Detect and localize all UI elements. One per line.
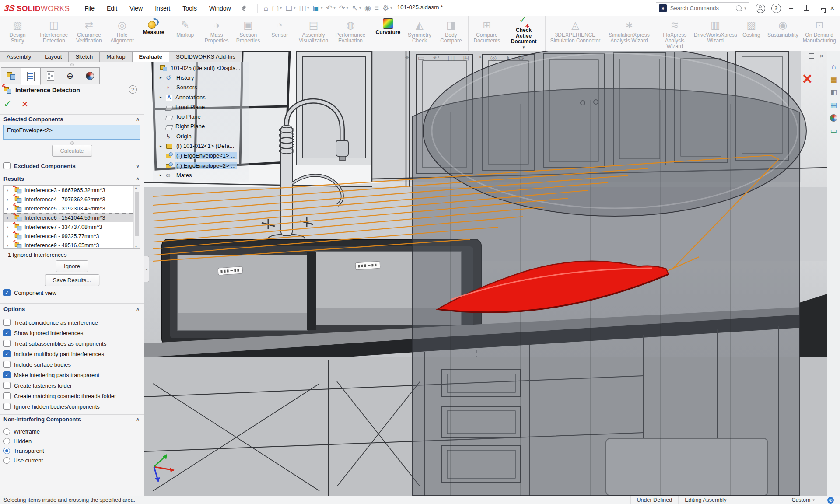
results-scrollbar[interactable] <box>133 186 140 248</box>
tab-appearances[interactable] <box>80 67 100 84</box>
option-row[interactable]: Include multibody part interferences <box>0 349 144 359</box>
feature-tree-item[interactable]: ▸ Sensors <box>154 83 248 92</box>
expand-arrow-icon[interactable]: › <box>7 242 12 248</box>
ribbon-tool[interactable]: ◉ Sustainability <box>767 16 798 51</box>
quick-access-button[interactable]: ≡ <box>374 4 379 13</box>
close-document-icon[interactable]: × <box>819 52 823 59</box>
feature-tree-item[interactable]: ▸ History <box>154 73 248 82</box>
option-checkbox[interactable] <box>4 329 10 336</box>
minimize-button[interactable]: – <box>787 4 795 12</box>
expand-arrow-icon[interactable]: › <box>7 196 12 203</box>
option-checkbox[interactable] <box>4 403 10 410</box>
ribbon-tool[interactable]: ⊞ Compare Documents <box>470 16 504 51</box>
command-tab[interactable]: SOLIDWORKS Add-Ins <box>169 51 242 62</box>
ribbon-tool[interactable]: ▤ Assembly Visualization <box>295 16 332 51</box>
ribbon-tool[interactable]: ▣ Section Properties <box>232 16 264 51</box>
view-tool-icon[interactable]: ▭ <box>418 53 425 63</box>
help-icon[interactable]: ? <box>129 85 137 94</box>
view-tool-icon[interactable]: ↶ <box>433 53 439 63</box>
quick-access-button[interactable]: ▣ <box>312 4 322 13</box>
box-resize-grip[interactable] <box>70 141 74 145</box>
ribbon-tool[interactable]: Check Active Document <box>504 16 546 51</box>
ribbon-tool[interactable]: ◍ Performance Evaluation <box>332 16 371 51</box>
pin-menu-icon[interactable] <box>241 5 247 11</box>
ribbon-tool[interactable]: ◫ Interference Detection <box>36 16 71 51</box>
expand-icon[interactable]: ∨ <box>136 163 140 169</box>
option-row[interactable]: Make interfering parts transparent <box>0 370 144 380</box>
ignore-button[interactable]: Ignore <box>56 260 88 272</box>
display-mode-radio[interactable] <box>4 428 10 435</box>
quick-access-button[interactable]: ⚙ <box>382 4 392 13</box>
feature-tree-item[interactable]: ▸ (-) ErgoEnvelope<1> ... <box>154 151 248 161</box>
calculate-button[interactable]: Calculate <box>52 145 92 157</box>
ribbon-tool[interactable]: ∗ SimulationXpress Analysis Wizard <box>604 16 654 51</box>
search-input[interactable] <box>669 4 733 12</box>
display-mode-radio[interactable] <box>4 438 10 444</box>
command-tab[interactable]: Evaluate <box>133 51 169 62</box>
options-header[interactable]: Options ∧ <box>4 306 140 312</box>
ribbon-tool[interactable]: ▨ Costing <box>735 16 767 51</box>
selected-components-box[interactable]: ErgoEnvelope<2> <box>4 125 140 140</box>
view-tool-icon[interactable]: ◎ <box>490 53 497 63</box>
option-row[interactable]: Include surface bodies <box>0 359 144 370</box>
ribbon-tool[interactable]: ◨ Body Compare <box>435 16 469 51</box>
feature-tree-item[interactable]: ▸ Front Plane <box>154 102 248 112</box>
ribbon-tool[interactable]: ◎ Hole Alignment <box>106 16 138 51</box>
scrollbar-thumb[interactable] <box>135 192 139 236</box>
results-header[interactable]: Results ∧ <box>4 175 140 182</box>
excluded-components-checkbox[interactable] <box>4 162 10 169</box>
option-row[interactable]: Create matching cosmetic threads folder <box>0 391 144 401</box>
feature-tree-item[interactable]: ▸ Origin <box>154 131 248 141</box>
component-view-row[interactable]: Component view <box>4 289 56 296</box>
save-results-button[interactable]: Save Results... <box>45 274 99 286</box>
expand-arrow-icon[interactable]: ▸ <box>160 144 164 148</box>
option-row[interactable]: Treat coincidence as interference <box>0 317 144 328</box>
menu-item[interactable]: View <box>124 2 148 14</box>
quick-access-button[interactable]: ▢ <box>272 4 282 13</box>
ribbon-tool[interactable]: Curvature <box>372 16 404 51</box>
menu-item[interactable]: Window <box>204 2 236 14</box>
ribbon-tool[interactable]: ▥ DriveWorksXpress Wizard <box>695 16 735 51</box>
expand-arrow-icon[interactable]: › <box>7 224 12 230</box>
display-mode-radio[interactable] <box>4 448 10 454</box>
globe-status[interactable]: ⊕ <box>821 496 840 504</box>
view-tool-icon[interactable]: ◫ <box>448 53 455 63</box>
option-checkbox[interactable] <box>4 350 10 357</box>
ribbon-tool[interactable]: ⊡ On Demand Manufacturing <box>798 16 840 51</box>
feature-tree-item[interactable]: ▸ Right Plane <box>154 122 248 131</box>
interference-result-row[interactable]: › Interference5 - 3192303.45mm^3 <box>4 204 140 213</box>
ribbon-tool[interactable]: Measure <box>138 16 169 51</box>
search-icon[interactable] <box>736 5 742 11</box>
collapse-icon[interactable]: ∧ <box>136 306 140 312</box>
view-tool-icon[interactable]: ◔ <box>477 53 482 63</box>
ribbon-tool[interactable]: ✎ Markup <box>169 16 201 51</box>
interference-result-row[interactable]: › Interference8 - 99325.77mm^3 <box>4 231 140 241</box>
panel-grip[interactable] <box>70 63 74 66</box>
cancel-button[interactable]: ✕ <box>21 100 28 108</box>
collapse-icon[interactable]: ∧ <box>136 176 140 182</box>
quick-access-button[interactable]: ▤ <box>285 4 295 13</box>
task-pane-icon[interactable]: ▤ <box>830 76 837 83</box>
tab-display-manager[interactable]: ⊕ <box>60 67 80 84</box>
component-view-checkbox[interactable] <box>4 289 10 296</box>
confirmation-corner-cancel-icon[interactable] <box>802 73 816 86</box>
selected-components-header[interactable]: Selected Components ∧ <box>4 116 140 122</box>
menu-item[interactable]: Edit <box>102 2 122 14</box>
feature-tree-item[interactable]: ▸ (-) ErgoEnvelope<2> ... <box>154 161 248 170</box>
display-mode-radio[interactable] <box>4 457 10 464</box>
ribbon-tool[interactable]: ◬ 3DEXPERIENCE Simulation Connector <box>547 16 604 51</box>
interference-result-row[interactable]: › Interference7 - 334737.08mm^3 <box>4 222 140 231</box>
display-mode-row[interactable]: Hidden <box>0 436 144 446</box>
display-mode-row[interactable]: Use current <box>0 455 144 465</box>
task-pane-icon[interactable]: ◧ <box>830 89 837 96</box>
collapse-icon[interactable]: ∧ <box>136 416 140 422</box>
command-tab[interactable]: Markup <box>100 51 132 62</box>
interference-result-row[interactable]: › Interference4 - 7079362.62mm^3 <box>4 195 140 204</box>
quick-access-button[interactable]: ↷ <box>339 4 348 13</box>
expand-arrow-icon[interactable]: › <box>7 215 12 221</box>
expand-arrow-icon[interactable]: › <box>7 187 12 193</box>
quick-access-button[interactable]: ↖ <box>352 4 361 13</box>
help-icon[interactable]: ? <box>771 4 781 13</box>
task-pane-icon[interactable]: ● <box>830 114 837 122</box>
task-pane-icon[interactable]: ▭ <box>830 127 837 134</box>
